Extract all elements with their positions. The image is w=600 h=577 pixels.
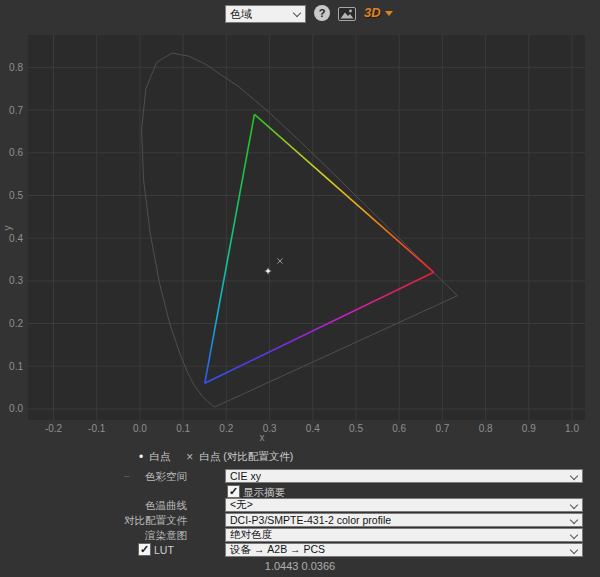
chevron-down-icon	[570, 516, 578, 524]
svg-text:0.1: 0.1	[9, 361, 23, 372]
chevron-down-icon	[570, 501, 578, 509]
svg-text:x: x	[260, 432, 265, 443]
rendering-intent-select[interactable]: 绝对色度	[225, 528, 583, 542]
rendering-intent-label: 渲染意图	[40, 529, 187, 543]
svg-text:0.4: 0.4	[306, 423, 320, 434]
svg-text:0.8: 0.8	[9, 62, 23, 73]
comparison-profile-select[interactable]: DCI-P3/SMPTE-431-2 color profile	[225, 513, 583, 527]
svg-text:0.9: 0.9	[522, 423, 536, 434]
chevron-down-icon	[570, 531, 578, 539]
svg-text:0.2: 0.2	[9, 318, 23, 329]
svg-text:-0.1: -0.1	[88, 423, 106, 434]
comparison-profile-row: ‥ 对比配置文件 DCI-P3/SMPTE-431-2 color profil…	[0, 513, 600, 528]
check-icon: ✓	[140, 544, 149, 555]
chevron-down-icon	[570, 472, 578, 480]
chromaticity-chart[interactable]: -0.2-0.10.00.10.20.30.40.50.60.70.80.91.…	[0, 0, 600, 447]
svg-text:0.5: 0.5	[9, 190, 23, 201]
svg-text:0.1: 0.1	[176, 423, 190, 434]
show-summary-checkbox[interactable]: ✓	[227, 485, 240, 498]
whitepoint-label: 白点	[149, 450, 170, 464]
comparison-profile-label: 对比配置文件	[40, 514, 187, 528]
svg-text:0.4: 0.4	[9, 233, 23, 244]
svg-text:0.3: 0.3	[9, 275, 23, 286]
svg-text:1.0: 1.0	[565, 423, 579, 434]
lut-row: ✓ LUT 设备 → A2B → PCS	[0, 543, 600, 558]
colorspace-row: – 色彩空间 CIE xy	[0, 469, 600, 484]
whitepoint-dot-symbol: •	[139, 450, 143, 464]
lut-checkbox[interactable]: ✓	[138, 543, 151, 556]
colorspace-select[interactable]: CIE xy	[225, 469, 583, 483]
status-coordinates: 1.0443 0.0366	[0, 560, 600, 572]
whitepoint-comparison-label: 白点 (对比配置文件)	[199, 450, 293, 464]
whitepoint-cross-symbol: ×	[186, 450, 193, 464]
rendering-intent-row: 渲染意图 绝对色度	[0, 528, 600, 543]
svg-text:0.0: 0.0	[9, 403, 23, 414]
temperature-curve-label: 色温曲线	[40, 499, 187, 513]
svg-text:0.8: 0.8	[479, 423, 493, 434]
profile-gamut-window: 色域 ? 3D -0.2-0.10.00.10.20.30.40.50.60.7…	[0, 0, 600, 577]
svg-text:0.5: 0.5	[349, 423, 363, 434]
chevron-down-icon	[570, 546, 578, 554]
temperature-curve-row: 色温曲线 <无>	[0, 498, 600, 513]
svg-text:0.6: 0.6	[392, 423, 406, 434]
svg-text:0.0: 0.0	[133, 423, 147, 434]
chart-legend: • 白点 × 白点 (对比配置文件)	[139, 450, 293, 464]
temperature-curve-select[interactable]: <无>	[225, 498, 583, 512]
colorspace-label: 色彩空间	[40, 470, 187, 484]
svg-text:0.7: 0.7	[9, 105, 23, 116]
svg-text:0.2: 0.2	[219, 423, 233, 434]
lut-label: LUT	[154, 544, 174, 556]
svg-text:0.7: 0.7	[435, 423, 449, 434]
check-icon: ✓	[229, 486, 238, 497]
svg-text:0.6: 0.6	[9, 147, 23, 158]
svg-text:-0.2: -0.2	[45, 423, 63, 434]
lut-select[interactable]: 设备 → A2B → PCS	[225, 543, 583, 557]
svg-text:0.3: 0.3	[263, 423, 277, 434]
svg-text:y: y	[2, 226, 13, 231]
